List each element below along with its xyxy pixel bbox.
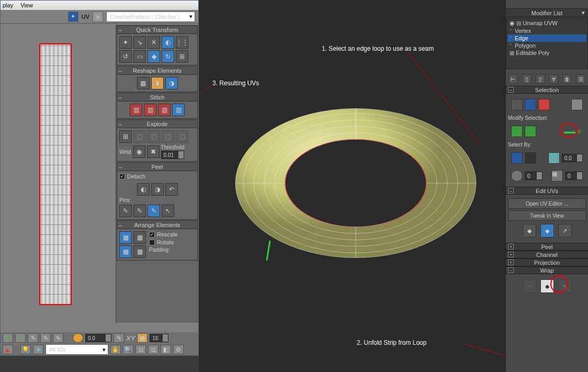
stack-edge[interactable]: Edge xyxy=(507,35,586,42)
list-icon[interactable]: ≡ xyxy=(93,12,103,22)
select-spinner[interactable]: 0 xyxy=(525,172,542,180)
hand-icon[interactable]: ✋ xyxy=(110,345,121,354)
edit-uv-icon[interactable]: ◆ xyxy=(523,224,536,238)
flag-icon[interactable]: ◣ xyxy=(3,345,13,354)
explode-icon[interactable]: ⊞ xyxy=(119,130,132,143)
configure-icon[interactable]: ☰ xyxy=(576,74,585,84)
reshape-icon[interactable]: ◗ xyxy=(151,77,164,89)
frame-icon[interactable]: ⊡ xyxy=(135,345,146,354)
snow-icon[interactable]: ❄ xyxy=(33,345,43,354)
pin-icon[interactable]: ↖ xyxy=(162,205,174,217)
brush-icon[interactable]: ✎ xyxy=(114,333,124,343)
grid-select-icon[interactable]: ▦ xyxy=(551,170,563,182)
align-icon[interactable]: ✦ xyxy=(119,36,132,49)
stitch-icon[interactable]: ▥ xyxy=(158,104,171,116)
zoom-icon[interactable]: 🔍 xyxy=(123,345,133,354)
uv-canvas[interactable] xyxy=(1,25,116,323)
map-dropdown[interactable]: CheckerPattern ( Checker ) xyxy=(106,12,195,22)
channel-header[interactable]: +Channel xyxy=(506,251,588,258)
detach-checkbox[interactable]: ✓Detach xyxy=(119,173,145,179)
brush-icon[interactable]: ✎ xyxy=(40,333,51,343)
select-by-icon[interactable] xyxy=(548,152,560,164)
edit-uvs-header[interactable]: –Edit UVs xyxy=(506,187,588,195)
edge-mode[interactable] xyxy=(525,99,536,110)
reshape-icon[interactable]: ◑ xyxy=(165,77,178,89)
weld-break-icon[interactable]: ✖ xyxy=(147,145,160,158)
pin-icon[interactable]: ✎ xyxy=(133,205,146,217)
modifier-stack[interactable]: ◉ ⊟ Unwrap UVW Vertex Edge Polygon ⊞ Edi… xyxy=(506,18,588,69)
wrap-icon[interactable]: 〰 xyxy=(523,279,536,293)
tweak-in-view-button[interactable]: Tweak In View xyxy=(508,210,586,221)
cube-icon[interactable]: ◧ xyxy=(161,345,171,354)
add-icon[interactable]: ╬ xyxy=(3,333,13,343)
stack-vertex[interactable]: Vertex xyxy=(507,27,586,35)
selection-header[interactable]: –Selection xyxy=(506,86,588,94)
show-icon[interactable]: ▯ xyxy=(536,74,545,84)
grid-icon[interactable]: ▦ xyxy=(137,333,148,343)
frame-icon[interactable]: ⊡ xyxy=(148,345,159,354)
settings-icon[interactable]: ⚙ xyxy=(173,345,184,354)
align-icon[interactable]: ✕ xyxy=(148,36,160,49)
peel-icon[interactable]: ◐ xyxy=(137,183,150,196)
rollout-header[interactable]: –Reshape Elements xyxy=(117,66,197,75)
align-icon[interactable]: ⋮⋮ xyxy=(176,36,188,49)
transform-icon[interactable]: ▭ xyxy=(133,50,146,63)
circle-icon[interactable] xyxy=(73,333,83,343)
shrink-icon[interactable] xyxy=(525,126,536,137)
select-by-icon[interactable] xyxy=(525,152,536,164)
select-by-icon[interactable] xyxy=(511,170,523,182)
light-icon[interactable]: 💡 xyxy=(20,345,31,354)
element-mode[interactable] xyxy=(571,99,583,110)
brush-icon[interactable]: ✎ xyxy=(28,333,38,343)
stack-polygon[interactable]: Polygon xyxy=(507,42,586,49)
vertex-mode[interactable] xyxy=(511,99,523,110)
grow-icon[interactable] xyxy=(511,126,523,137)
menu-play[interactable]: play xyxy=(3,2,13,8)
rotate-checkbox[interactable]: Rotate xyxy=(149,239,178,245)
transform-icon[interactable]: ↺ xyxy=(119,50,132,63)
pin-stack-icon[interactable]: ⊢ xyxy=(508,74,518,84)
transform-icon[interactable]: ⊞ xyxy=(176,50,188,63)
align-icon[interactable]: ↘ xyxy=(133,36,146,49)
peel-icon[interactable]: ◑ xyxy=(151,183,164,196)
arrange-icon[interactable]: ▦ xyxy=(133,245,146,258)
rescale-checkbox[interactable]: ✓Rescale xyxy=(149,231,178,238)
edit-uv-icon[interactable]: ◆ xyxy=(540,224,554,238)
show-icon[interactable]: ▯ xyxy=(522,74,532,84)
ids-dropdown[interactable]: All IDs xyxy=(46,344,108,355)
wrap-header[interactable]: –Wrap xyxy=(506,266,588,274)
rollout-header[interactable]: –Arrange Elements xyxy=(117,221,197,229)
stitch-icon[interactable]: ▥ xyxy=(144,104,156,116)
arrange-icon[interactable]: ▦ xyxy=(133,231,146,244)
peel-header[interactable]: +Peel xyxy=(506,243,588,251)
undo-icon[interactable]: ↶ xyxy=(165,183,178,196)
stitch-icon[interactable]: ▥ xyxy=(172,104,185,116)
value-spinner[interactable]: 0.0 xyxy=(85,334,111,342)
reshape-icon[interactable]: ▦ xyxy=(137,77,150,89)
threshold-spinner[interactable]: 0.01 xyxy=(161,151,184,159)
delete-icon[interactable]: 🗑 xyxy=(562,74,572,84)
stitch-icon[interactable]: ▥ xyxy=(130,104,142,116)
rollout-header[interactable]: –Quick Transform xyxy=(117,26,197,34)
select-by-icon[interactable] xyxy=(511,152,523,164)
brush-icon[interactable]: ✎ xyxy=(53,333,63,343)
subtract-icon[interactable]: ━ xyxy=(15,333,26,343)
pin-icon[interactable]: ✎ xyxy=(148,205,160,217)
select-spinner[interactable]: 0 xyxy=(565,172,583,180)
align-icon[interactable]: ◐ xyxy=(162,36,174,49)
rollout-header[interactable]: –Stitch xyxy=(117,93,197,102)
menu-view[interactable]: View xyxy=(20,2,33,8)
weld-target-icon[interactable]: ◉ xyxy=(133,145,145,158)
show-icon[interactable]: ∀ xyxy=(549,74,558,84)
rollout-header[interactable]: –Explode xyxy=(117,120,197,128)
transform-icon[interactable]: ↻ xyxy=(162,50,174,63)
3d-viewport[interactable]: 1. Select an edge loop to use as a seam … xyxy=(199,0,505,372)
polygon-mode[interactable] xyxy=(538,99,550,110)
projection-header[interactable]: +Projection xyxy=(506,258,588,266)
toolbar-icon[interactable]: ✦ xyxy=(68,12,78,22)
arrange-icon[interactable]: ▦ xyxy=(119,231,132,244)
pin-icon[interactable]: ✎ xyxy=(119,205,132,217)
grid-spinner[interactable]: 16 xyxy=(150,334,168,342)
transform-icon[interactable]: ◆ xyxy=(148,50,160,63)
edit-uv-icon[interactable]: ↗ xyxy=(558,224,572,238)
